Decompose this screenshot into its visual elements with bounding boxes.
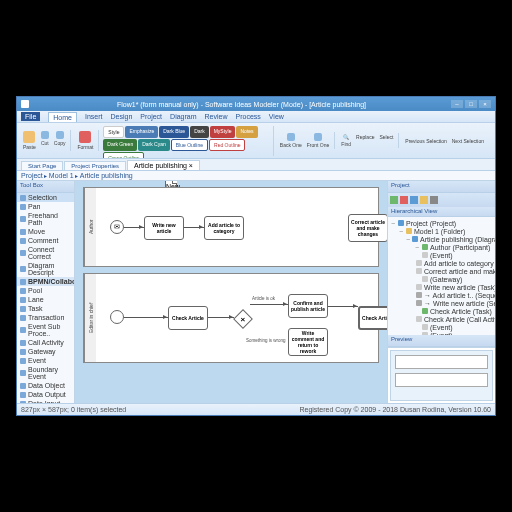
menu-view[interactable]: View <box>269 113 284 120</box>
tool-connect-correct[interactable]: Connect Correct <box>17 245 74 261</box>
tool-bpmn-collaboration[interactable]: BPMN/Collaboration <box>17 277 74 286</box>
tree-node[interactable]: Add article to category (Task) <box>390 259 493 267</box>
task-check-article[interactable]: Check Article <box>168 306 208 330</box>
tool-task[interactable]: Task <box>17 304 74 313</box>
tree-node[interactable]: −Author (Participant) <box>390 243 493 251</box>
start-event-2[interactable] <box>110 310 124 324</box>
tree-node[interactable]: → Write new article (Sequence F..) <box>390 299 493 307</box>
tree-node[interactable]: Write new article (Task) <box>390 283 493 291</box>
tool-comment[interactable]: Comment <box>17 236 74 245</box>
tab-start-page[interactable]: Start Page <box>21 161 63 170</box>
start-event[interactable]: ✉ <box>110 220 124 234</box>
task-confirm-publish[interactable]: Confirm and publish article <box>288 294 328 318</box>
tab-article-publishing[interactable]: Article publishing × <box>127 160 200 170</box>
menu-process[interactable]: Process <box>235 113 260 120</box>
tool-freehand-path[interactable]: Freehand Path <box>17 211 74 227</box>
tool-data-object[interactable]: Data Object <box>17 381 74 390</box>
project-tree[interactable]: −Project (Project)−Model 1 (Folder)−Arti… <box>388 217 495 335</box>
tree-node[interactable]: Correct article and make chang.. <box>390 267 493 275</box>
tree-tool-icon[interactable] <box>430 196 438 204</box>
tool-event-sub-proce-[interactable]: Event Sub Proce.. <box>17 322 74 338</box>
style-chip-2[interactable]: Dark Blue <box>159 126 189 138</box>
style-chip-3[interactable]: Dark <box>190 126 209 138</box>
tree-tool-icon[interactable] <box>420 196 428 204</box>
style-chip-5[interactable]: Notes <box>236 126 257 138</box>
tree-node[interactable]: → Add article t.. (Sequence Flow) <box>390 291 493 299</box>
cut-button[interactable]: Cut <box>39 130 51 151</box>
prev-selection-button[interactable]: Previous Selection <box>403 137 448 145</box>
style-chip-1[interactable]: Emphasize <box>125 126 158 138</box>
menu-project[interactable]: Project <box>140 113 162 120</box>
tool-transaction[interactable]: Transaction <box>17 313 74 322</box>
tree-node[interactable]: Check Article (Call Activity) <box>390 315 493 323</box>
menu-insert[interactable]: Insert <box>85 113 103 120</box>
breadcrumb-diagram[interactable]: Article publishing <box>80 172 133 179</box>
tab-close-icon[interactable]: × <box>189 162 193 169</box>
tool-pan[interactable]: Pan <box>17 202 74 211</box>
gateway-decision[interactable]: × <box>233 309 253 329</box>
maximize-button[interactable]: □ <box>465 100 477 108</box>
close-button[interactable]: × <box>479 100 491 108</box>
menu-home[interactable]: Home <box>48 112 77 122</box>
back-one-button[interactable]: Back One <box>278 132 304 149</box>
find-button[interactable]: 🔍Find <box>339 133 353 148</box>
menubar: File Home Insert Design Project Diagram … <box>17 111 495 123</box>
lane-editor-content: Check Article × Article is ok Confirm an… <box>96 274 378 362</box>
style-chip-9[interactable]: Blue Outline <box>171 139 208 151</box>
paste-button[interactable]: Paste <box>21 130 38 151</box>
tree-tool-icon[interactable] <box>400 196 408 204</box>
tree-node[interactable]: (Event) <box>390 251 493 259</box>
pool-author[interactable]: Author ✉ Write new article Add article t… <box>83 187 379 267</box>
tool-data-output[interactable]: Data Output <box>17 390 74 399</box>
tab-project-props[interactable]: Project Properties <box>64 161 126 170</box>
task-check-article-2[interactable]: Check Article <box>358 306 387 330</box>
menu-diagram[interactable]: Diagram <box>170 113 196 120</box>
next-selection-button[interactable]: Next Selection <box>450 137 486 145</box>
menu-review[interactable]: Review <box>205 113 228 120</box>
tool-call-activity[interactable]: Call Activity <box>17 338 74 347</box>
style-chip-10[interactable]: Red Outline <box>209 139 245 151</box>
tool-gateway[interactable]: Gateway <box>17 347 74 356</box>
menu-design[interactable]: Design <box>110 113 132 120</box>
tool-boundary-event[interactable]: Boundary Event <box>17 365 74 381</box>
menu-file[interactable]: File <box>21 112 40 121</box>
breadcrumb-project[interactable]: Project <box>21 172 43 179</box>
tree-node[interactable]: −Model 1 (Folder) <box>390 227 493 235</box>
tree-node[interactable]: (Gateway) <box>390 275 493 283</box>
tree-node[interactable]: (Event) <box>390 323 493 331</box>
tree-tool-icon[interactable] <box>410 196 418 204</box>
preview-canvas[interactable] <box>390 350 493 401</box>
style-chip-4[interactable]: MyStyle <box>210 126 236 138</box>
task-add-category[interactable]: Add article to category <box>204 216 244 240</box>
tool-lane[interactable]: Lane <box>17 295 74 304</box>
style-chip-8[interactable]: Dark Cyan <box>138 139 170 151</box>
tool-selection[interactable]: Selection <box>17 193 74 202</box>
front-one-button[interactable]: Front One <box>305 132 332 149</box>
tool-event[interactable]: Event <box>17 356 74 365</box>
format-button[interactable]: Format <box>75 130 95 151</box>
tool-pool[interactable]: Pool <box>17 286 74 295</box>
tree-tool-icon[interactable] <box>390 196 398 204</box>
lane-label-author: Author <box>84 188 96 266</box>
tool-move[interactable]: Move <box>17 227 74 236</box>
tool-diagram-descript[interactable]: Diagram Descript <box>17 261 74 277</box>
style-chip-11[interactable]: Green Outline <box>103 152 144 160</box>
copy-button[interactable]: Copy <box>52 130 68 151</box>
task-write-comment[interactable]: Write comment and return to rework <box>288 328 328 356</box>
diagram-canvas[interactable]: New Article Author ✉ Write new article A… <box>75 181 387 403</box>
pool-editor[interactable]: Editor in chief Check Article × Article … <box>83 273 379 363</box>
breadcrumb-model[interactable]: Model 1 <box>49 172 74 179</box>
lane-author-content: ✉ Write new article Add article to categ… <box>96 188 378 266</box>
replace-button[interactable]: Replace <box>354 133 376 148</box>
style-chip-6[interactable]: Dark Green <box>103 139 137 151</box>
app-window: Flow1* (form manual only) - Software Ide… <box>16 96 496 416</box>
tree-node[interactable]: Check Article (Task) <box>390 307 493 315</box>
task-write-article[interactable]: Write new article <box>144 216 184 240</box>
style-chip-0[interactable]: Style <box>103 126 124 138</box>
ribbon: Paste Cut Copy Format Style Emphasize Da… <box>17 123 495 159</box>
tree-node[interactable]: −Article publishing (Diagram) <box>390 235 493 243</box>
minimize-button[interactable]: – <box>451 100 463 108</box>
task-correct-article[interactable]: Correct article and make changes <box>348 214 387 242</box>
select-button[interactable]: Select <box>377 133 395 148</box>
tree-node[interactable]: −Project (Project) <box>390 219 493 227</box>
